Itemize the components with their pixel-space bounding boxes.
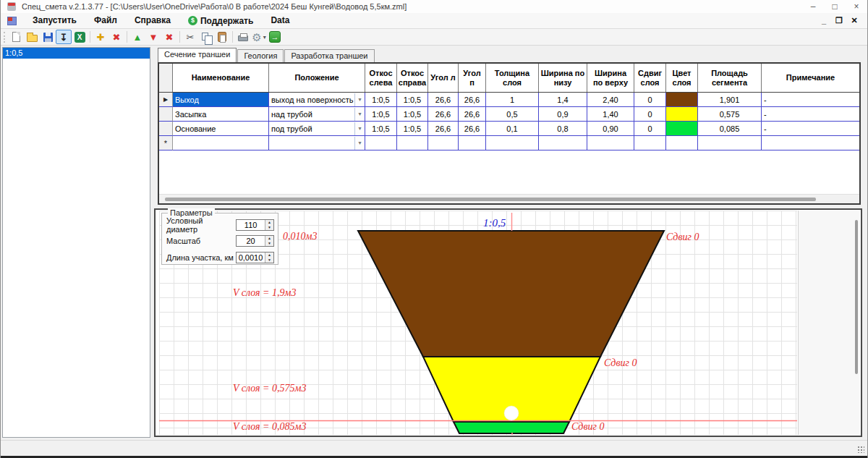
cell-width-bottom[interactable]: 1,4 [539,93,587,107]
cell-angle-r[interactable]: 26,6 [459,122,486,136]
cell-slope-right[interactable]: 1:0,5 [397,93,428,107]
close-button[interactable]: × [846,1,867,13]
cell-width-top[interactable] [587,136,634,150]
delete-button[interactable]: ✖ [161,30,177,44]
cell-slope-left[interactable]: 1:0,5 [365,107,397,122]
menu-item-run[interactable]: Запустить [24,13,85,28]
cell-area[interactable]: 0,575 [698,107,762,122]
cell-slope-right[interactable]: 1:0,5 [397,107,428,122]
cell-position[interactable]: ▾ [269,136,365,150]
excel-export-button[interactable]: X [72,30,88,44]
cell-position[interactable]: над трубой▾ [269,107,365,122]
cell-thickness[interactable]: 1 [486,93,539,107]
cell-slope-right[interactable] [397,136,428,150]
list-item-section[interactable]: 1:0,5 [3,48,150,59]
open-folder-button[interactable] [24,30,40,44]
horizontal-scrollbar-thumb[interactable] [165,198,816,201]
dropdown-button[interactable]: ▾ [354,122,365,135]
save-button[interactable] [40,30,56,44]
cell-angle-l[interactable]: 26,6 [428,107,459,122]
cell-slope-left[interactable]: 1:0,5 [365,122,397,136]
cell-area[interactable]: 1,901 [698,93,762,107]
cell-note[interactable]: - [762,93,859,107]
layer-exit-polygon[interactable] [358,231,664,357]
column-header-position[interactable]: Положение [269,64,365,92]
column-header-name[interactable]: Наименование [173,64,269,92]
cell-layer-color[interactable] [666,93,698,107]
delete-row-button[interactable]: ✖ [109,30,124,44]
mdi-minimize-button[interactable]: _ [820,16,828,25]
cell-slope-left[interactable] [365,136,397,150]
run-button[interactable]: → [267,30,283,44]
tab-geology[interactable]: Геология [237,49,284,62]
column-header-width-top[interactable]: Ширина по верху [587,64,634,92]
cell-slope-left[interactable]: 1:0,5 [365,93,397,107]
move-up-button[interactable]: ▲ [129,30,145,44]
column-header-thickness[interactable]: Толщина слоя [486,64,539,92]
cell-name[interactable]: Выход [173,93,269,107]
cell-position[interactable]: выход на поверхность▾ [269,93,365,107]
cell-shift[interactable]: 0 [634,107,666,122]
cell-area[interactable] [698,136,762,150]
layer-base-polygon[interactable] [454,422,569,433]
column-header-color[interactable]: Цвет слоя [666,64,698,92]
cell-note[interactable]: - [762,122,859,136]
spin-down-icon[interactable]: ▼ [265,258,273,263]
cell-angle-l[interactable]: 26,6 [428,93,459,107]
mdi-close-button[interactable]: ✕ [850,16,859,25]
cell-width-bottom[interactable] [539,136,587,150]
column-header-angle-r[interactable]: Угол п [459,64,486,92]
column-header-note[interactable]: Примечание [762,64,859,92]
spin-down-icon[interactable]: ▼ [265,225,273,230]
cell-width-bottom[interactable]: 0,8 [539,122,587,136]
move-down-button[interactable]: ▼ [145,30,161,44]
cell-thickness[interactable] [486,136,539,150]
paste-button[interactable] [214,30,230,44]
vertical-scrollbar-thumb[interactable] [855,220,858,374]
tab-trench-section[interactable]: Сечение траншеи [158,48,237,62]
cell-shift[interactable]: 0 [634,122,666,136]
cell-name[interactable]: Засыпка [173,107,269,122]
spin-up-icon[interactable]: ▲ [265,253,273,258]
cell-width-top[interactable]: 1,40 [587,107,634,122]
menu-item-data[interactable]: Data [262,13,298,28]
cell-slope-right[interactable]: 1:0,5 [397,122,428,136]
column-header-angle-l[interactable]: Угол л [428,64,459,92]
cell-thickness[interactable]: 0,5 [486,107,539,122]
cell-width-bottom[interactable]: 0,9 [539,107,587,122]
section-length-stepper[interactable]: 0,0010 ▲▼ [236,252,274,263]
cell-angle-l[interactable]: 26,6 [428,122,459,136]
cut-button[interactable]: ✂ [182,30,198,44]
cell-angle-r[interactable]: 26,6 [459,107,486,122]
cell-width-top[interactable]: 0,90 [587,122,634,136]
cell-shift[interactable]: 0 [634,93,666,107]
mdi-restore-button[interactable]: ❐ [835,16,843,25]
cell-layer-color[interactable] [666,122,698,136]
column-header-slope-right[interactable]: Откос справа [397,64,428,92]
add-row-button[interactable]: ✚ [93,30,109,44]
cell-width-top[interactable]: 2,40 [587,93,634,107]
cell-name[interactable] [173,136,269,150]
column-header-area[interactable]: Площадь сегмента [698,64,762,92]
dropdown-button[interactable]: ▾ [354,137,365,150]
spin-down-icon[interactable]: ▼ [265,241,273,246]
spin-up-icon[interactable]: ▲ [265,220,273,225]
import-section-button[interactable]: ↧ [56,30,72,44]
scale-stepper[interactable]: 20 ▲▼ [236,235,274,247]
new-document-button[interactable] [8,30,24,44]
pipe-circle[interactable] [504,406,519,420]
cell-angle-l[interactable] [428,136,459,150]
settings-button[interactable]: ⚙▾ [251,30,267,44]
dropdown-button[interactable]: ▾ [354,93,365,106]
cell-position[interactable]: под трубой▾ [269,122,365,136]
cell-layer-color[interactable] [666,136,698,150]
minimize-button[interactable]: – [802,1,824,13]
copy-button[interactable] [198,30,214,44]
resize-grip[interactable] [857,446,864,453]
cell-note[interactable]: - [762,107,859,122]
cell-area[interactable]: 0,085 [698,122,762,136]
cell-shift[interactable] [634,136,666,150]
tab-trench-development[interactable]: Разработка траншеи [284,49,374,62]
menu-item-file[interactable]: Файл [85,13,126,28]
maximize-button[interactable]: □ [824,1,846,13]
